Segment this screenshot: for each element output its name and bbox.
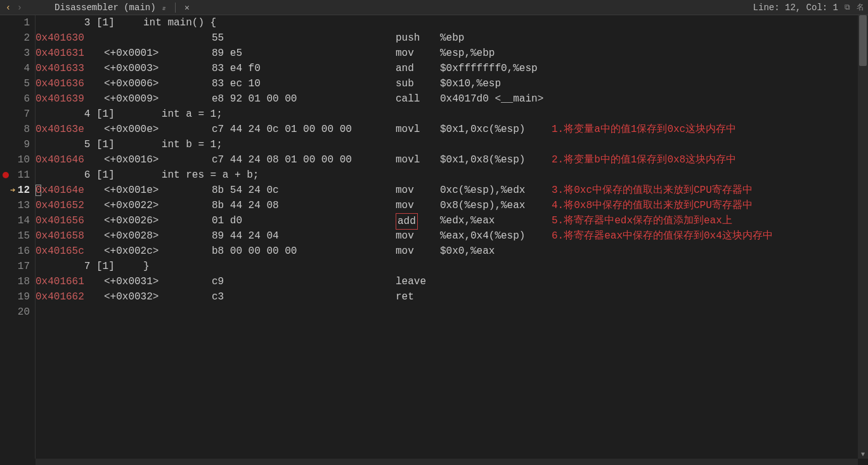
address: 0x401658 [36,228,84,244]
address: 0x40164e [36,183,84,198]
code-line[interactable]: 0x401646<+0x0016>c7 44 24 08 01 00 00 00… [36,152,868,167]
breakpoint-icon[interactable] [3,172,9,178]
line-number: 2 [0,30,30,46]
tab-area: Disassembler (main) ⇵ ✕ [51,3,190,13]
source-code: int a = 1; [143,107,223,122]
hex-bytes: 8b 54 24 0c [212,183,279,198]
code-area[interactable]: 3 [1]int main() {0x40163055push%ebp0x401… [36,15,868,459]
code-line[interactable]: 0x401656<+0x0026>01 d0add%edx,%eax5.将寄存器… [36,213,868,228]
address: 0x401631 [36,46,84,61]
line-number: 17 [0,259,30,274]
editor: 123456789101112➔1314151617181920 3 [1]in… [0,15,868,459]
code-line[interactable]: 0x40165c<+0x002c>b8 00 00 00 00mov$0x0,%… [36,244,868,259]
mnemonic: sub [396,76,414,91]
code-line[interactable]: 0x40163055push%ebp [36,30,868,46]
status-right: Line: 12, Col: 1 ⧉ 名 [753,2,864,13]
split-icon[interactable]: ⧉ [845,3,850,12]
code-line[interactable]: 0x401658<+0x0028>89 44 24 04mov%eax,0x4(… [36,228,868,244]
source-code: int main() { [143,15,216,30]
close-tab-button[interactable]: ✕ [185,3,190,13]
scroll-down-button[interactable]: ▼ [858,450,868,459]
tab-title-dropdown[interactable]: Disassembler (main) ⇵ [51,3,170,13]
offset: <+0x0032> [104,289,159,305]
line-number: 3 [0,46,30,61]
source-line: 5 [1] [36,137,115,152]
line-number: 12➔ [0,183,30,198]
current-line-arrow-icon: ➔ [10,183,15,198]
line-number: 7 [0,107,30,122]
hex-bytes: b8 00 00 00 00 [212,244,297,259]
line-number: 9 [0,137,30,152]
mnemonic: movl [396,122,420,137]
chevron-updown-icon: ⇵ [162,5,166,12]
cjk-icon[interactable]: 名 [857,2,864,13]
code-line[interactable]: 0x401652<+0x0022>8b 44 24 08mov0x8(%esp)… [36,198,868,213]
toolbar: ‹ › Disassembler (main) ⇵ ✕ Line: 12, Co… [0,0,868,15]
code-line[interactable] [36,305,868,320]
source-line: 3 [1] [36,15,115,30]
line-number: 14 [0,213,30,228]
address: 0x401661 [36,274,84,289]
line-number: 6 [0,91,30,107]
code-line[interactable]: 4 [1] int a = 1; [36,107,868,122]
horizontal-scrollbar[interactable] [36,459,858,465]
vertical-scrollbar[interactable]: ▲ ▼ [858,15,868,459]
offset: <+0x0006> [104,76,159,91]
hex-bytes: c9 [212,274,224,289]
hex-bytes: 55 [212,30,224,46]
line-number: 18 [0,274,30,289]
address: 0x40163e [36,122,84,137]
code-line[interactable]: 6 [1] int res = a + b; [36,167,868,183]
code-line[interactable]: 7 [1]} [36,259,868,274]
code-line[interactable]: 0x401636<+0x0006>83 ec 10sub$0x10,%esp [36,76,868,91]
address: 0x401633 [36,61,84,76]
mnemonic: and [396,61,414,76]
line-number: 16 [0,244,30,259]
code-line[interactable]: 0x401633<+0x0003>83 e4 f0and$0xfffffff0,… [36,61,868,76]
hex-bytes: 83 ec 10 [212,76,261,91]
operands: $0x0,%eax [440,244,495,259]
tab-title: Disassembler (main) [55,3,156,13]
hex-bytes: e8 92 01 00 00 [212,91,297,107]
operands: %ebp [440,30,464,46]
scroll-thumb[interactable] [859,15,867,66]
mnemonic: movl [396,152,420,167]
nav-back-button[interactable]: ‹ [3,2,14,13]
mnemonic: leave [396,274,426,289]
code-line[interactable]: 0x401639<+0x0009>e8 92 01 00 00call0x401… [36,91,868,107]
annotation: 2.将变量b中的值1保存到0x8这块内存中 [552,152,736,167]
line-number: 1 [0,15,30,30]
offset: <+0x0026> [104,213,159,228]
mnemonic: mov [396,198,414,213]
source-code: int res = a + b; [143,167,259,183]
nav-forward-button[interactable]: › [14,2,25,13]
hex-bytes: 8b 44 24 08 [212,198,279,213]
source-code: } [143,259,150,274]
operands: 0x4017d0 <__main> [440,91,543,107]
address: 0x401662 [36,289,84,305]
code-line[interactable]: 0x40164e<+0x001e>8b 54 24 0cmov0xc(%esp)… [36,183,868,198]
offset: <+0x000e> [104,122,159,137]
line-number: 11 [0,167,30,183]
code-line[interactable]: 0x401661<+0x0031>c9leave [36,274,868,289]
address: 0x40165c [36,244,84,259]
offset: <+0x0003> [104,61,159,76]
code-line[interactable]: 0x40163e<+0x000e>c7 44 24 0c 01 00 00 00… [36,122,868,137]
line-number: 4 [0,61,30,76]
offset: <+0x0016> [104,152,159,167]
code-line[interactable]: 0x401662<+0x0032>c3ret [36,289,868,305]
address: 0x401652 [36,198,84,213]
mnemonic: ret [396,289,414,305]
offset: <+0x0022> [104,198,159,213]
hex-bytes: 01 d0 [212,213,242,228]
mnemonic: call [396,91,420,107]
code-line[interactable]: 0x401631<+0x0001>89 e5mov%esp,%ebp [36,46,868,61]
offset: <+0x0001> [104,46,159,61]
line-col-status: Line: 12, Col: 1 [753,3,838,13]
hex-bytes: 89 e5 [212,46,242,61]
line-number: 20 [0,305,30,320]
mnemonic: push [396,30,420,46]
code-line[interactable]: 3 [1]int main() { [36,15,868,30]
operands: $0x1,0x8(%esp) [440,152,525,167]
code-line[interactable]: 5 [1] int b = 1; [36,137,868,152]
